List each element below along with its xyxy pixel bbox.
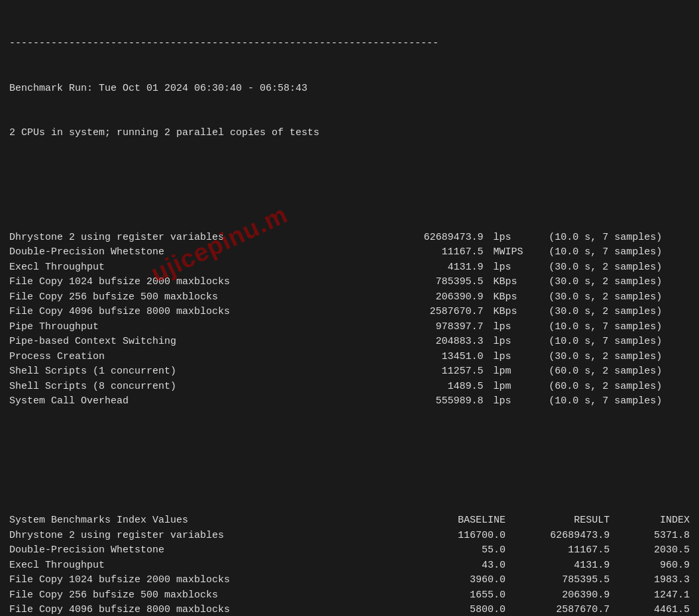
index-row: File Copy 1024 bufsize 2000 maxblocks396… bbox=[9, 573, 690, 588]
index-result: 4131.9 bbox=[506, 558, 610, 574]
index-label: File Copy 4096 bufsize 8000 maxblocks bbox=[9, 603, 402, 616]
perf-unit: lpm bbox=[483, 364, 537, 380]
index-label: File Copy 256 bufsize 500 maxblocks bbox=[9, 588, 402, 603]
perf-row: Double-Precision Whetstone11167.5 MWIPS … bbox=[9, 245, 690, 260]
perf-value: 62689473.9 bbox=[384, 231, 483, 246]
perf-label: Process Creation bbox=[9, 350, 384, 365]
perf-row: Pipe-based Context Switching204883.3 lps… bbox=[9, 334, 690, 350]
header-line1: Benchmark Run: Tue Oct 01 2024 06:30:40 … bbox=[9, 81, 690, 97]
index-label: File Copy 1024 bufsize 2000 maxblocks bbox=[9, 573, 402, 588]
perf-table: Dhrystone 2 using register variables6268… bbox=[9, 231, 690, 409]
perf-samples: (30.0 s, 2 samples) bbox=[537, 350, 690, 365]
index-result: 62689473.9 bbox=[506, 529, 610, 544]
index-result: 206390.9 bbox=[506, 588, 610, 603]
index-header-result: RESULT bbox=[506, 513, 610, 529]
perf-row: Execl Throughput4131.9 lps (30.0 s, 2 sa… bbox=[9, 260, 690, 276]
perf-row: System Call Overhead555989.8 lps (10.0 s… bbox=[9, 394, 690, 409]
perf-label: Pipe Throughput bbox=[9, 320, 384, 335]
perf-row: File Copy 4096 bufsize 8000 maxblocks258… bbox=[9, 305, 690, 320]
perf-unit: lps bbox=[483, 320, 537, 335]
index-header-baseline: BASELINE bbox=[402, 513, 506, 529]
perf-value: 785395.5 bbox=[384, 275, 483, 290]
perf-row: Pipe Throughput978397.7 lps (10.0 s, 7 s… bbox=[9, 320, 690, 335]
index-index: 4461.5 bbox=[610, 603, 690, 616]
index-row: Execl Throughput43.04131.9960.9 bbox=[9, 558, 690, 574]
terminal-output: ----------------------------------------… bbox=[9, 7, 690, 616]
perf-row: Process Creation13451.0 lps (30.0 s, 2 s… bbox=[9, 350, 690, 365]
perf-row: File Copy 1024 bufsize 2000 maxblocks785… bbox=[9, 275, 690, 290]
index-label: Execl Throughput bbox=[9, 558, 402, 574]
perf-samples: (30.0 s, 2 samples) bbox=[537, 260, 690, 276]
divider-top: ----------------------------------------… bbox=[9, 36, 690, 52]
index-row: File Copy 256 bufsize 500 maxblocks1655.… bbox=[9, 588, 690, 603]
index-baseline: 3960.0 bbox=[402, 573, 506, 588]
perf-unit: lps bbox=[483, 334, 537, 350]
index-baseline: 43.0 bbox=[402, 558, 506, 574]
index-row: File Copy 4096 bufsize 8000 maxblocks580… bbox=[9, 603, 690, 616]
perf-unit: lps bbox=[483, 350, 537, 365]
perf-samples: (10.0 s, 7 samples) bbox=[537, 320, 690, 335]
perf-label: Dhrystone 2 using register variables bbox=[9, 231, 384, 246]
header-line2: 2 CPUs in system; running 2 parallel cop… bbox=[9, 126, 690, 141]
perf-unit: MWIPS bbox=[483, 245, 537, 260]
index-result: 785395.5 bbox=[506, 573, 610, 588]
perf-row: Shell Scripts (1 concurrent)11257.5 lpm … bbox=[9, 364, 690, 380]
index-header-row: System Benchmarks Index ValuesBASELINERE… bbox=[9, 513, 690, 529]
perf-label: File Copy 256 bufsize 500 maxblocks bbox=[9, 290, 384, 305]
perf-label: File Copy 4096 bufsize 8000 maxblocks bbox=[9, 305, 384, 320]
index-baseline: 116700.0 bbox=[402, 529, 506, 544]
perf-value: 978397.7 bbox=[384, 320, 483, 335]
index-result: 2587670.7 bbox=[506, 603, 610, 616]
index-table: System Benchmarks Index ValuesBASELINERE… bbox=[9, 513, 690, 616]
perf-samples: (30.0 s, 2 samples) bbox=[537, 275, 690, 290]
index-index: 5371.8 bbox=[610, 529, 690, 544]
perf-value: 4131.9 bbox=[384, 260, 483, 276]
perf-label: Pipe-based Context Switching bbox=[9, 334, 384, 350]
perf-value: 11167.5 bbox=[384, 245, 483, 260]
perf-samples: (10.0 s, 7 samples) bbox=[537, 394, 690, 409]
perf-unit: KBps bbox=[483, 305, 537, 320]
perf-value: 2587670.7 bbox=[384, 305, 483, 320]
perf-label: File Copy 1024 bufsize 2000 maxblocks bbox=[9, 275, 384, 290]
perf-label: Double-Precision Whetstone bbox=[9, 245, 384, 260]
perf-unit: KBps bbox=[483, 290, 537, 305]
index-index: 960.9 bbox=[610, 558, 690, 574]
index-row: Dhrystone 2 using register variables1167… bbox=[9, 529, 690, 544]
index-baseline: 5800.0 bbox=[402, 603, 506, 616]
perf-row: Shell Scripts (8 concurrent)1489.5 lpm (… bbox=[9, 380, 690, 395]
perf-value: 555989.8 bbox=[384, 394, 483, 409]
perf-row: File Copy 256 bufsize 500 maxblocks20639… bbox=[9, 290, 690, 305]
perf-unit: lps bbox=[483, 260, 537, 276]
index-row: Double-Precision Whetstone55.011167.5203… bbox=[9, 543, 690, 558]
perf-value: 206390.9 bbox=[384, 290, 483, 305]
perf-label: Execl Throughput bbox=[9, 260, 384, 276]
index-label: Double-Precision Whetstone bbox=[9, 543, 402, 558]
perf-unit: lps bbox=[483, 394, 537, 409]
perf-label: Shell Scripts (8 concurrent) bbox=[9, 380, 384, 395]
index-result: 11167.5 bbox=[506, 543, 610, 558]
perf-value: 11257.5 bbox=[384, 364, 483, 380]
index-header-index: INDEX bbox=[610, 513, 690, 529]
perf-label: System Call Overhead bbox=[9, 394, 384, 409]
perf-samples: (10.0 s, 7 samples) bbox=[537, 231, 690, 246]
index-baseline: 55.0 bbox=[402, 543, 506, 558]
perf-unit: lpm bbox=[483, 380, 537, 395]
perf-label: Shell Scripts (1 concurrent) bbox=[9, 364, 384, 380]
perf-samples: (30.0 s, 2 samples) bbox=[537, 305, 690, 320]
perf-value: 1489.5 bbox=[384, 380, 483, 395]
index-index: 1983.3 bbox=[610, 573, 690, 588]
index-baseline: 1655.0 bbox=[402, 588, 506, 603]
perf-unit: lps bbox=[483, 231, 537, 246]
perf-value: 13451.0 bbox=[384, 350, 483, 365]
perf-samples: (60.0 s, 2 samples) bbox=[537, 364, 690, 380]
index-index: 1247.1 bbox=[610, 588, 690, 603]
perf-samples: (10.0 s, 7 samples) bbox=[537, 245, 690, 260]
perf-unit: KBps bbox=[483, 275, 537, 290]
index-index: 2030.5 bbox=[610, 543, 690, 558]
index-header-label: System Benchmarks Index Values bbox=[9, 513, 402, 529]
perf-value: 204883.3 bbox=[384, 334, 483, 350]
perf-row: Dhrystone 2 using register variables6268… bbox=[9, 231, 690, 246]
index-label: Dhrystone 2 using register variables bbox=[9, 529, 402, 544]
perf-samples: (60.0 s, 2 samples) bbox=[537, 380, 690, 395]
perf-samples: (10.0 s, 7 samples) bbox=[537, 334, 690, 350]
